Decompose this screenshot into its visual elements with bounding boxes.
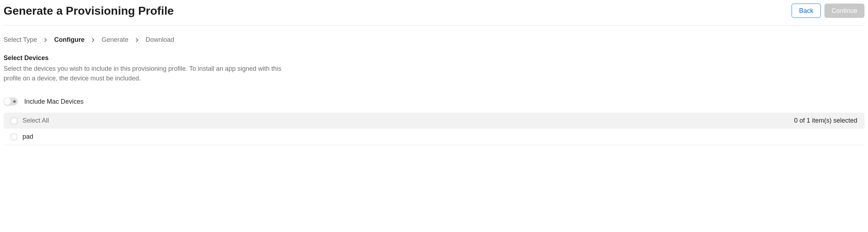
device-list-item[interactable]: pad	[4, 129, 864, 145]
selection-count: 0 of 1 item(s) selected	[794, 117, 857, 124]
device-checkbox[interactable]	[11, 134, 17, 140]
chevron-right-icon	[92, 38, 95, 42]
breadcrumb-select-type[interactable]: Select Type	[4, 36, 37, 44]
breadcrumb: Select Type Configure Generate Download	[4, 25, 864, 54]
back-button[interactable]: Back	[792, 4, 821, 18]
device-list-header: Select All 0 of 1 item(s) selected	[4, 113, 864, 129]
toggle-dot-icon	[13, 100, 16, 103]
section-description: Select the devices you wish to include i…	[4, 64, 282, 83]
include-mac-label: Include Mac Devices	[24, 98, 84, 105]
select-all-checkbox[interactable]	[11, 118, 17, 124]
include-mac-toggle[interactable]	[4, 98, 18, 105]
page-title: Generate a Provisioning Profile	[4, 4, 174, 18]
header-buttons: Back Continue	[792, 4, 864, 18]
section-title: Select Devices	[4, 54, 864, 62]
device-label: pad	[22, 133, 33, 140]
breadcrumb-configure[interactable]: Configure	[54, 36, 85, 44]
continue-button: Continue	[824, 4, 864, 18]
breadcrumb-download[interactable]: Download	[146, 36, 174, 44]
include-mac-toggle-row: Include Mac Devices	[4, 94, 864, 109]
select-all-label: Select All	[22, 117, 49, 124]
chevron-right-icon	[44, 38, 47, 42]
breadcrumb-generate[interactable]: Generate	[102, 36, 129, 44]
chevron-right-icon	[136, 38, 139, 42]
toggle-knob-icon	[4, 98, 11, 105]
